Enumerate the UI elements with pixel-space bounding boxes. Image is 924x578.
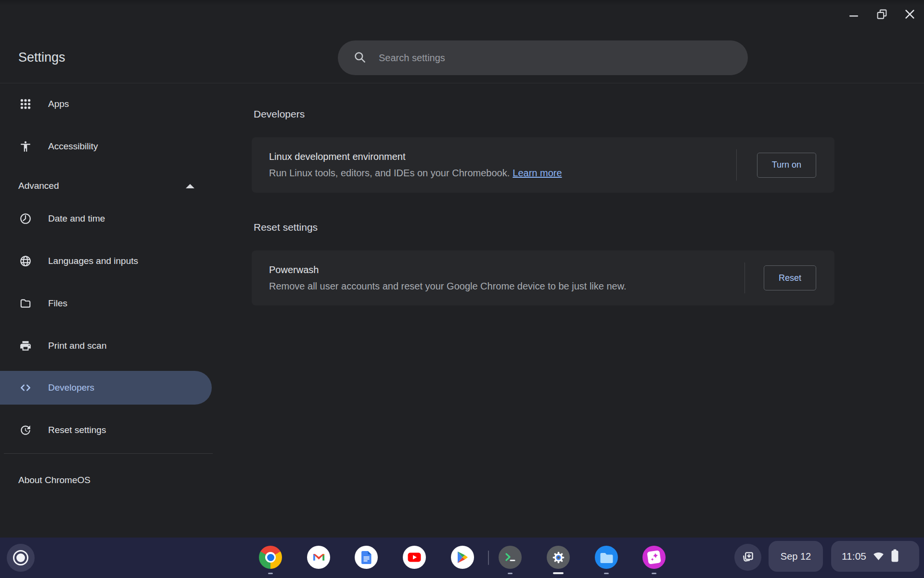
gallery-icon[interactable] [642, 546, 666, 569]
settings-sidebar: Apps Accessibility Advanced Date and tim… [0, 83, 214, 492]
chevron-up-icon [186, 184, 194, 188]
sidebar-item-label: Apps [48, 99, 69, 109]
settings-active-indicator [553, 572, 564, 574]
sidebar-item-languages-and-inputs[interactable]: Languages and inputs [0, 240, 214, 282]
chrome-icon[interactable] [259, 546, 282, 569]
card-description: Run Linux tools, editors, and IDEs on yo… [269, 168, 562, 179]
turn-on-button[interactable]: Turn on [757, 153, 816, 178]
shelf-separator [488, 551, 489, 565]
youtube-icon[interactable] [403, 546, 426, 569]
restore-icon [19, 424, 32, 436]
sidebar-item-label: Reset settings [48, 425, 106, 435]
sidebar-item-about-chromeos[interactable]: About ChromeOS [0, 459, 214, 501]
folder-icon [19, 297, 32, 310]
sidebar-item-accessibility[interactable]: Accessibility [0, 125, 214, 168]
section-heading-reset-settings: Reset settings [254, 222, 318, 233]
search-input[interactable] [379, 40, 748, 75]
sidebar-divider [4, 453, 213, 454]
play-store-icon[interactable] [451, 546, 474, 569]
chrome-running-indicator [268, 573, 273, 574]
gmail-icon[interactable] [307, 546, 330, 569]
learn-more-link[interactable]: Learn more [513, 168, 562, 178]
window-controls [847, 7, 916, 21]
search-bar[interactable] [338, 40, 748, 75]
sidebar-item-reset-settings[interactable]: Reset settings [0, 409, 214, 451]
reset-button[interactable]: Reset [764, 265, 816, 290]
clock-icon [19, 212, 32, 225]
settings-icon[interactable] [547, 546, 570, 569]
card-divider [744, 263, 745, 293]
card-description-text: Remove all user accounts and reset your … [269, 281, 627, 291]
chromeos-screen: Settings Apps [0, 0, 924, 578]
sidebar-item-label: Languages and inputs [48, 256, 138, 266]
launcher-button[interactable] [7, 544, 35, 572]
page-title: Settings [18, 50, 65, 65]
launcher-icon [13, 550, 28, 565]
card-title: Powerwash [269, 264, 627, 276]
screen-capture-tray-button[interactable] [734, 544, 761, 571]
powerwash-card: Powerwash Remove all user accounts and r… [252, 250, 834, 305]
sidebar-item-date-and-time[interactable]: Date and time [0, 197, 214, 240]
sidebar-item-files[interactable]: Files [0, 282, 214, 325]
sidebar-item-print-and-scan[interactable]: Print and scan [0, 325, 214, 367]
section-heading-developers: Developers [254, 108, 305, 120]
time-label: 11:05 [842, 551, 866, 562]
window-top-edge [0, 0, 924, 6]
date-label: Sep 12 [781, 551, 811, 562]
code-icon [19, 381, 32, 394]
search-icon [353, 51, 366, 66]
status-tray-button[interactable]: 11:05 [831, 541, 919, 572]
docs-icon[interactable] [355, 546, 378, 569]
printer-icon [19, 340, 32, 352]
sidebar-item-apps[interactable]: Apps [0, 83, 214, 125]
shelf: Sep 12 11:05 [0, 538, 924, 578]
globe-icon [19, 255, 32, 267]
card-description: Remove all user accounts and reset your … [269, 281, 627, 292]
apps-icon [19, 98, 32, 110]
sidebar-item-label: About ChromeOS [18, 475, 90, 486]
card-title: Linux development environment [269, 151, 562, 162]
minimize-button[interactable] [847, 7, 860, 21]
accessibility-icon [19, 140, 32, 153]
sidebar-item-label: Developers [48, 382, 94, 393]
date-tray-button[interactable]: Sep 12 [769, 541, 823, 572]
terminal-icon[interactable] [499, 546, 522, 569]
battery-icon [891, 549, 899, 565]
sidebar-item-label: Date and time [48, 213, 105, 224]
gallery-running-indicator [652, 573, 656, 574]
sidebar-item-label: Accessibility [48, 141, 98, 152]
linux-dev-environment-card: Linux development environment Run Linux … [252, 137, 834, 193]
files-app-icon[interactable] [595, 546, 618, 569]
screen-capture-icon [741, 550, 755, 565]
card-description-text: Run Linux tools, editors, and IDEs on yo… [269, 168, 510, 178]
sidebar-item-developers[interactable]: Developers [0, 367, 214, 409]
sidebar-item-label: Files [48, 298, 67, 309]
sidebar-item-label: Advanced [18, 181, 59, 191]
files-running-indicator [604, 573, 609, 574]
settings-content: Developers Linux development environment… [252, 83, 834, 497]
restore-button[interactable] [875, 7, 888, 21]
terminal-running-indicator [508, 573, 513, 574]
card-divider [736, 149, 737, 181]
sidebar-item-label: Print and scan [48, 341, 106, 351]
wifi-icon [872, 549, 885, 564]
close-button[interactable] [903, 7, 916, 21]
